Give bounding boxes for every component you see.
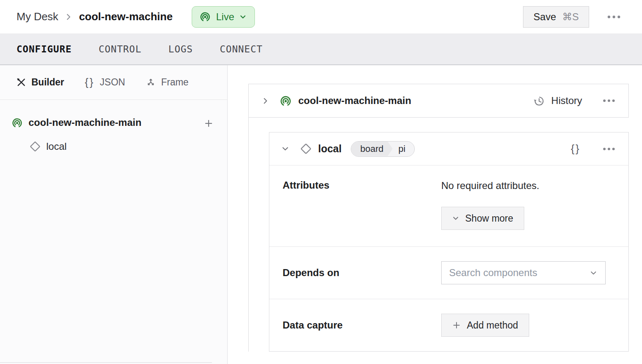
part-component-connector-line [248,118,249,352]
tab-connect[interactable]: CONNECT [220,44,263,54]
attributes-content: No required attributes. Show more [441,180,628,230]
component-card-local: local board pi {} Attributes [269,132,629,352]
history-clock-icon [533,95,545,107]
component-diamond-icon [29,140,41,153]
sidebar-bottom-divider [0,362,212,363]
expand-part-button[interactable] [262,97,269,104]
tree-item-label: local [46,141,67,152]
configure-main-panel: cool-new-machine-main History [228,65,642,364]
component-diamond-icon [300,142,312,155]
braces-icon: {} [85,76,94,89]
plus-icon [452,321,461,329]
history-button[interactable]: History [533,95,582,107]
breadcrumb-parent[interactable]: My Desk [17,10,58,23]
depends-on-placeholder: Search components [449,267,590,279]
tools-icon [17,78,26,87]
data-capture-section: Data capture Add method [269,299,628,351]
chevron-right-icon [262,97,269,104]
configure-sidebar: Builder {} JSON Frame [0,65,228,364]
header-overflow-menu-button[interactable] [604,12,624,22]
machine-part-icon [12,117,23,128]
depends-on-select[interactable]: Search components [441,261,606,284]
chevron-down-icon [282,145,289,152]
part-card-menu-button[interactable] [600,97,618,105]
chevron-right-icon [65,13,72,21]
app-header: My Desk cool-new-machine Live Save ⌘S [0,0,642,33]
part-card-title: cool-new-machine-main [298,95,411,106]
attributes-label: Attributes [283,180,329,191]
component-card-header: local board pi {} [269,132,628,165]
show-more-button[interactable]: Show more [441,207,524,230]
plus-icon [203,118,214,129]
mode-tab-label: Frame [161,77,188,88]
depends-on-label: Depends on [283,267,339,278]
mode-tab-label: Builder [31,77,64,88]
braces-icon: {} [571,142,580,155]
machine-tree: cool-new-machine-main local [0,100,227,158]
add-component-button[interactable] [202,116,216,130]
tree-item-component-local[interactable]: local [0,135,227,158]
data-capture-label: Data capture [283,319,342,331]
save-shortcut-hint: ⌘S [562,11,579,23]
ellipsis-icon [607,15,621,19]
broadcast-icon [200,11,211,22]
component-json-button[interactable]: {} [569,141,582,157]
depends-on-section: Depends on Search components [269,247,628,299]
data-capture-content: Add method [441,314,628,337]
tab-logs[interactable]: LOGS [169,44,193,54]
show-more-label: Show more [465,213,513,224]
save-button[interactable]: Save ⌘S [523,6,589,28]
attributes-label-col: Attributes [269,180,441,230]
mode-tab-json[interactable]: {} JSON [85,76,125,89]
attributes-empty-text: No required attributes. [441,180,618,192]
component-card-menu-button[interactable] [600,145,618,153]
machine-part-icon [280,95,292,107]
data-capture-label-col: Data capture [269,319,441,331]
breadcrumb-current: cool-new-machine [79,10,173,23]
component-type: board [351,142,392,156]
live-label: Live [216,11,234,23]
machine-part-card: cool-new-machine-main History [248,84,629,118]
collapse-component-button[interactable] [282,145,289,152]
add-method-button[interactable]: Add method [441,314,529,337]
attributes-section: Attributes No required attributes. Show … [269,165,628,247]
ellipsis-icon [603,99,615,102]
sidebar-mode-tabs: Builder {} JSON Frame [0,65,227,100]
ellipsis-icon [603,147,615,151]
content-area: Builder {} JSON Frame [0,65,642,364]
depends-on-label-col: Depends on [269,267,441,279]
mode-tab-builder[interactable]: Builder [17,77,64,88]
live-status-dropdown[interactable]: Live [192,6,255,28]
component-model-badge: board pi [351,141,415,157]
mode-tab-label: JSON [100,77,125,88]
save-button-label: Save [533,11,556,23]
tree-item-label: cool-new-machine-main [29,117,141,128]
machine-nav-tabs: CONFIGURE CONTROL LOGS CONNECT [0,33,642,65]
history-button-label: History [551,95,582,106]
mode-tab-frame[interactable]: Frame [146,77,188,88]
chevron-down-icon [240,14,246,20]
component-card-title: local [318,143,342,155]
frame-axes-icon [146,78,156,87]
tab-control[interactable]: CONTROL [99,44,142,54]
tree-item-machine-part[interactable]: cool-new-machine-main [0,111,227,135]
add-method-label: Add method [467,320,518,331]
chevron-down-icon [590,269,597,277]
component-model: pi [392,142,414,156]
depends-on-content: Search components [441,261,628,284]
chevron-down-icon [452,215,459,222]
tab-configure[interactable]: CONFIGURE [17,44,72,54]
